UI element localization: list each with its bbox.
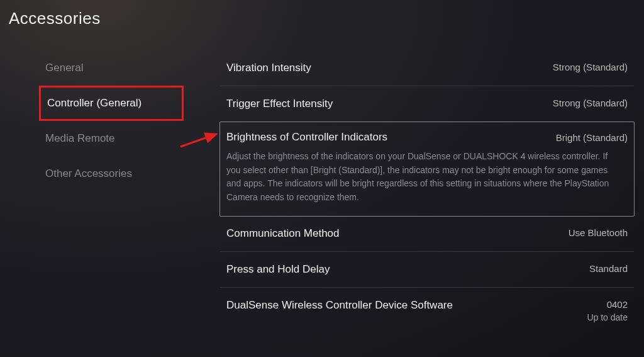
setting-label: Trigger Effect Intensity xyxy=(226,98,333,110)
setting-value-sub: Up to date xyxy=(587,312,628,322)
setting-label: Communication Method xyxy=(226,227,340,240)
setting-trigger-effect-intensity[interactable]: Trigger Effect Intensity Strong (Standar… xyxy=(220,86,634,122)
setting-label: Vibration Intensity xyxy=(226,62,311,74)
setting-label: DualSense Wireless Controller Device Sof… xyxy=(226,299,453,312)
setting-value: Standard xyxy=(589,263,628,274)
setting-vibration-intensity[interactable]: Vibration Intensity Strong (Standard) xyxy=(220,50,634,86)
setting-dualsense-software[interactable]: DualSense Wireless Controller Device Sof… xyxy=(220,288,634,334)
sidebar-item-general[interactable]: General xyxy=(39,50,184,86)
setting-press-hold-delay[interactable]: Press and Hold Delay Standard xyxy=(220,252,634,288)
setting-value: Strong (Standard) xyxy=(553,98,628,108)
setting-value: Use Bluetooth xyxy=(569,227,628,238)
setting-description: Adjust the brightness of the indicators … xyxy=(226,150,628,205)
page-title: Accessories xyxy=(9,9,101,28)
setting-communication-method[interactable]: Communication Method Use Bluetooth xyxy=(220,216,634,252)
sidebar-item-media-remote[interactable]: Media Remote xyxy=(39,121,184,156)
sidebar-item-other-accessories[interactable]: Other Accessories xyxy=(39,156,184,191)
svg-line-1 xyxy=(180,134,216,147)
setting-value: 0402 xyxy=(587,299,628,310)
setting-brightness-indicators[interactable]: Brightness of Controller Indicators Brig… xyxy=(219,122,635,217)
annotation-arrow xyxy=(177,129,225,150)
sidebar-item-controller-general[interactable]: Controller (General) xyxy=(39,86,184,121)
setting-value: Bright (Standard) xyxy=(556,132,628,143)
sidebar: General Controller (General) Media Remot… xyxy=(39,50,184,191)
setting-label: Brightness of Controller Indicators xyxy=(226,131,387,144)
setting-value: Strong (Standard) xyxy=(553,62,628,72)
setting-label: Press and Hold Delay xyxy=(226,263,330,276)
settings-content: Vibration Intensity Strong (Standard) Tr… xyxy=(220,50,634,334)
